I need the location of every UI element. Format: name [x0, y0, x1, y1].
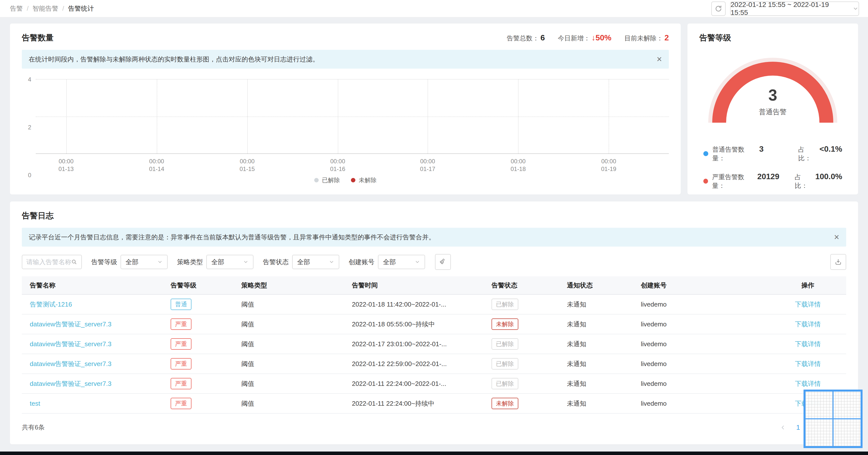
clear-filters-button[interactable] [435, 254, 451, 270]
gauge-value: 3 [708, 86, 837, 104]
legend-dot-resolved [314, 178, 319, 183]
download-detail-link[interactable]: 下载详情 [795, 360, 821, 367]
alert-count-banner: 在统计时间段内，告警解除与未解除两种状态的实时数量柱形图，点击对应的色块可对日志… [22, 50, 669, 69]
policy-type-cell: 阈值 [241, 360, 352, 368]
policy-type-select[interactable]: 全部 [206, 255, 253, 269]
account-cell: livedemo [641, 340, 770, 348]
alert-status-cell: 未解除 [492, 398, 567, 409]
notify-status-cell: 未通知 [567, 300, 641, 309]
level-stat-value: 20129 [757, 172, 795, 181]
stat-total-alerts: 告警总数： 6 [507, 33, 545, 43]
alert-level-cell: 严重 [170, 319, 241, 330]
refresh-button[interactable] [711, 1, 726, 16]
alert-name-link[interactable]: dataview告警验证_server7.3 [30, 320, 111, 328]
actions-cell: 下载详情 [770, 320, 846, 329]
download-detail-link[interactable]: 下载详情 [795, 380, 821, 387]
alert-log-card: 告警日志 记录平台近一个月告警日志信息，需要注意的是：异常事件在当前版本默认为普… [10, 201, 858, 444]
search-input[interactable] [26, 258, 71, 266]
alert-name-cell: dataview告警验证_server7.3 [22, 360, 170, 368]
pct-label: 占比： [798, 145, 818, 163]
alert-name-link[interactable]: dataview告警验证_server7.3 [30, 380, 111, 387]
level-stat-label: 严重告警数量： [712, 173, 755, 190]
alert-count-chart: 4 2 0 00:0001-1300:0001-1400:0001-1500:0… [22, 79, 669, 176]
alert-level-select[interactable]: 全部 [121, 255, 168, 269]
download-detail-link[interactable]: 下载详情 [795, 340, 821, 348]
alert-count-title: 告警数量 [22, 32, 54, 43]
table-footer: 共有6条 1 [22, 423, 846, 432]
close-icon[interactable]: × [657, 55, 662, 64]
alert-name-link[interactable]: 告警测试-1216 [30, 301, 72, 308]
alert-time-cell: 2022-01-11 22:24:00~持续中 [352, 399, 492, 408]
chevron-down-icon [329, 259, 334, 265]
table-row: dataview告警验证_server7.3严重阈值2022-01-17 23:… [22, 334, 846, 354]
alert-time-cell: 2022-01-17 23:01:00~2022-01-... [352, 340, 492, 348]
alert-status-cell: 已解除 [492, 338, 567, 350]
bar-chart-bars [36, 79, 669, 153]
actions-cell: 下载详情 [770, 380, 846, 388]
alert-time-cell: 2022-01-18 05:55:00~持续中 [352, 320, 492, 329]
x-axis-label: 00:0001-18 [510, 157, 526, 173]
alert-level-gauge: 3 普通告警 [708, 58, 837, 123]
date-range-picker[interactable]: 2022-01-12 15:55 ~ 2022-01-19 15:55 [730, 1, 859, 16]
x-axis-date: 01-18 [510, 165, 526, 173]
chart-legend: 已解除 未解除 [22, 176, 669, 184]
alert-level-badge: 严重 [170, 319, 191, 330]
x-axis-time: 00:00 [240, 157, 255, 165]
account-select[interactable]: 全部 [378, 255, 425, 269]
alert-status-select[interactable]: 全部 [292, 255, 339, 269]
alert-table-body: 告警测试-1216普通阈值2022-01-18 11:42:00~2022-01… [22, 295, 846, 414]
x-axis-time: 00:00 [510, 157, 526, 165]
table-row: test严重阈值2022-01-11 22:24:00~持续中未解除未通知liv… [22, 394, 846, 414]
legend-label: 未解除 [359, 176, 377, 184]
alert-status-badge: 未解除 [492, 319, 518, 330]
download-detail-link[interactable]: 下载详情 [795, 320, 821, 328]
account-cell: livedemo [641, 380, 770, 388]
alert-name-cell: dataview告警验证_server7.3 [22, 320, 170, 329]
level-stat-severe: 严重告警数量： 20129 占比： 100.0% [703, 172, 842, 190]
x-axis-time: 00:00 [330, 157, 345, 165]
policy-type-cell: 阈值 [241, 300, 352, 309]
broom-icon [439, 258, 447, 266]
x-axis-time: 00:00 [59, 157, 74, 165]
filter-alert-level: 告警等级 全部 [91, 255, 168, 269]
stat-value: 2 [664, 33, 669, 42]
table-row: 告警测试-1216普通阈值2022-01-18 11:42:00~2022-01… [22, 295, 846, 315]
stat-label: 目前未解除： [624, 34, 663, 43]
close-icon[interactable]: × [834, 233, 839, 241]
legend-item-resolved[interactable]: 已解除 [314, 176, 340, 184]
alert-level-badge: 严重 [170, 398, 191, 409]
alert-statistics-page: 告警 / 智能告警 / 告警统计 2022-01-12 15:55 ~ 2022… [0, 0, 868, 455]
legend-item-unresolved[interactable]: 未解除 [351, 176, 377, 184]
filter-alert-status: 告警状态 全部 [263, 255, 339, 269]
notify-status-cell: 未通知 [567, 340, 641, 349]
notify-status-cell: 未通知 [567, 399, 641, 408]
table-row: dataview告警验证_server7.3严重阈值2022-01-12 22:… [22, 354, 846, 374]
prev-page-button[interactable] [780, 424, 786, 431]
alert-name-link[interactable]: dataview告警验证_server7.3 [30, 360, 111, 367]
filter-label: 告警状态 [263, 258, 289, 266]
bar-chart-x-axis: 00:0001-1300:0001-1400:0001-1500:0001-16… [36, 154, 669, 176]
alert-level-cell: 严重 [170, 358, 241, 369]
alert-status-cell: 已解除 [492, 299, 567, 310]
chevron-down-icon [243, 259, 248, 265]
alert-count-stats: 告警总数： 6 今日新增： ↓50% 目前未解除： 2 [507, 33, 669, 43]
page-number[interactable]: 1 [796, 424, 800, 431]
stat-value: 6 [540, 33, 545, 42]
breadcrumb-item-alerts[interactable]: 告警 [10, 4, 23, 13]
alert-name-link[interactable]: test [30, 400, 40, 407]
alert-level-badge: 普通 [170, 299, 191, 310]
alert-status-badge: 未解除 [492, 398, 518, 409]
download-button[interactable] [830, 254, 846, 270]
actions-cell: 下载详情 [770, 340, 846, 349]
chevron-down-icon [415, 259, 420, 265]
magnifier-grid-overlay [804, 390, 863, 448]
level-stat-label: 普通告警数量： [712, 145, 757, 163]
legend-label: 已解除 [322, 176, 340, 184]
alert-name-link[interactable]: dataview告警验证_server7.3 [30, 340, 111, 348]
chevron-down-icon [157, 259, 163, 265]
x-axis-date: 01-15 [240, 165, 255, 173]
download-detail-link[interactable]: 下载详情 [795, 301, 821, 308]
policy-type-cell: 阈值 [241, 399, 352, 408]
breadcrumb-item-smart-alerts[interactable]: 智能告警 [32, 4, 58, 13]
level-stat-value: 3 [759, 144, 798, 154]
